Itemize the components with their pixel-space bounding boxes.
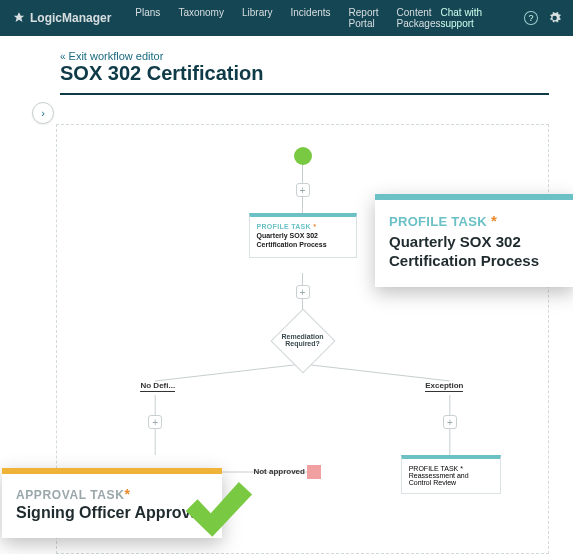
nav-content-packages[interactable]: Content Packages <box>397 7 441 29</box>
add-node-button[interactable]: + <box>296 183 310 197</box>
checkmark-icon <box>178 468 256 546</box>
top-nav: LogicManager Plans Taxonomy Library Inci… <box>0 0 573 36</box>
task-node-profile[interactable]: PROFILE TASK * Reassessment and Control … <box>401 455 501 494</box>
task-title: Quarterly SOX 302 Certification Process <box>257 232 349 250</box>
svg-line-3 <box>303 364 450 381</box>
exit-workflow-link[interactable]: « Exit workflow editor <box>60 50 549 62</box>
nav-library[interactable]: Library <box>242 7 273 29</box>
callout-profile-task: PROFILE TASK * Quarterly SOX 302 Certifi… <box>375 194 573 287</box>
brand-logo: LogicManager <box>12 11 111 25</box>
task-type-label: PROFILE TASK * <box>409 465 493 472</box>
exit-label: Exit workflow editor <box>69 50 164 62</box>
page-title: SOX 302 Certification <box>60 62 549 85</box>
branch-label-right[interactable]: Exception <box>425 381 463 392</box>
branch-label-left[interactable]: No Defi... <box>140 381 175 392</box>
nav-right: Chat with support ? <box>440 7 561 29</box>
task-title: Reassessment and Control Review <box>409 472 493 486</box>
add-node-button[interactable]: + <box>443 415 457 429</box>
help-icon[interactable]: ? <box>524 11 537 25</box>
edge-label-not-approved: Not approved <box>253 467 305 476</box>
nav-report-portal[interactable]: Report Portal <box>349 7 379 29</box>
callout-type-label: PROFILE TASK * <box>389 212 561 229</box>
task-type-label: PROFILE TASK * <box>257 223 349 230</box>
callout-title: Quarterly SOX 302 Certification Process <box>389 233 561 271</box>
nav-incidents[interactable]: Incidents <box>291 7 331 29</box>
page: « Exit workflow editor › SOX 302 Certifi… <box>0 36 573 95</box>
nav-plans[interactable]: Plans <box>135 7 160 29</box>
expand-sidebar-button[interactable]: › <box>32 102 54 124</box>
gear-icon[interactable] <box>548 11 561 25</box>
decision-label: Remediation Required? <box>273 333 333 347</box>
start-node[interactable] <box>294 147 312 165</box>
primary-nav: Plans Taxonomy Library Incidents Report … <box>135 7 440 29</box>
chevron-left-double-icon: « <box>60 51 63 62</box>
nav-taxonomy[interactable]: Taxonomy <box>178 7 224 29</box>
add-node-button[interactable]: + <box>296 285 310 299</box>
chevron-right-icon: › <box>41 107 45 119</box>
chat-link[interactable]: Chat with support <box>440 7 514 29</box>
svg-line-2 <box>155 364 302 381</box>
title-divider <box>60 93 549 95</box>
end-node[interactable] <box>307 465 321 479</box>
brand-name: LogicManager <box>30 11 111 25</box>
logo-icon <box>12 11 26 25</box>
add-node-button[interactable]: + <box>148 415 162 429</box>
task-node-profile[interactable]: PROFILE TASK * Quarterly SOX 302 Certifi… <box>249 213 357 258</box>
